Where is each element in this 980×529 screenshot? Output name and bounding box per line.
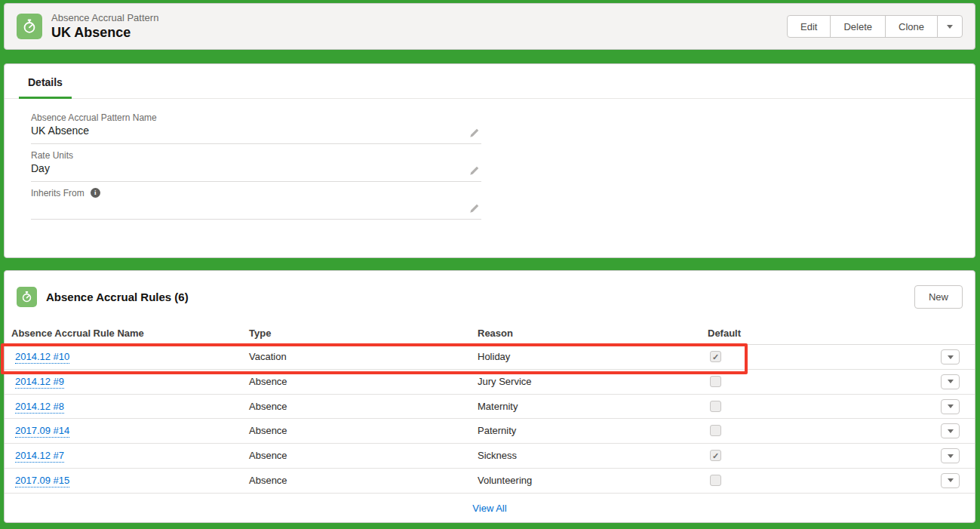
table-row: 2014.12 #10 Vacation Holiday (5, 345, 975, 370)
table-row: 2014.12 #9 Absence Jury Service (5, 370, 975, 395)
tab-bar: Details (5, 64, 975, 99)
active-tab-indicator (19, 97, 72, 99)
pencil-icon[interactable] (469, 165, 480, 176)
edit-button[interactable]: Edit (787, 15, 831, 38)
details-card: Details Absence Accrual Pattern Name i U… (4, 63, 975, 258)
rule-link[interactable]: 2017.09 #14 (15, 425, 69, 438)
reason-cell: Paternity (478, 419, 516, 443)
delete-button[interactable]: Delete (830, 15, 886, 38)
tab-details[interactable]: Details (19, 76, 72, 98)
type-cell: Vacation (249, 345, 287, 369)
chevron-down-icon (948, 355, 954, 359)
chevron-down-icon (948, 454, 954, 458)
rule-link[interactable]: 2014.12 #10 (15, 351, 69, 364)
detail-field: Inherits From i (31, 182, 481, 220)
chevron-down-icon (948, 429, 954, 433)
row-actions-button[interactable] (941, 349, 960, 364)
column-header-reason: Reason (478, 323, 513, 344)
field-value (31, 200, 481, 216)
rule-link[interactable]: 2014.12 #9 (15, 376, 64, 389)
chevron-down-icon (947, 25, 953, 29)
row-actions-button[interactable] (941, 473, 960, 488)
new-button[interactable]: New (914, 285, 963, 309)
field-label: Inherits From (31, 188, 84, 198)
detail-field: Absence Accrual Pattern Name i UK Absenc… (31, 106, 481, 144)
default-checkbox (710, 450, 721, 461)
chevron-down-icon (948, 404, 954, 408)
column-header-name: Absence Accrual Rule Name (11, 323, 144, 344)
view-all-link[interactable]: View All (472, 503, 506, 514)
type-cell: Absence (249, 469, 287, 493)
rule-link[interactable]: 2014.12 #7 (15, 450, 64, 463)
default-checkbox (710, 351, 721, 362)
table-header: Absence Accrual Rule Name Type Reason De… (5, 323, 975, 345)
column-header-type: Type (249, 323, 271, 344)
type-cell: Absence (249, 370, 287, 394)
entity-label: Absence Accrual Pattern (51, 12, 158, 23)
related-list-title: Absence Accrual Rules (6) (46, 291, 189, 303)
pencil-icon[interactable] (469, 128, 480, 138)
field-label: Absence Accrual Pattern Name (31, 112, 157, 123)
type-cell: Absence (249, 395, 287, 419)
stopwatch-icon (17, 287, 37, 307)
clone-button[interactable]: Clone (885, 15, 938, 38)
detail-field: Rate Units i Day (31, 144, 481, 182)
table-row: 2014.12 #8 Absence Maternity (5, 395, 975, 420)
type-cell: Absence (249, 419, 287, 443)
reason-cell: Maternity (478, 395, 518, 419)
record-highlights-panel: Absence Accrual Pattern UK Absence Edit … (4, 3, 975, 50)
field-value: UK Absence (31, 125, 481, 140)
row-actions-button[interactable] (941, 374, 960, 389)
field-label: Rate Units (31, 150, 73, 161)
reason-cell: Holiday (478, 345, 510, 369)
table-row: 2017.09 #15 Absence Volunteering (5, 469, 975, 494)
stopwatch-icon (17, 14, 42, 39)
chevron-down-icon (948, 478, 954, 482)
tab-details-label: Details (28, 76, 63, 88)
chevron-down-icon (948, 380, 954, 383)
table-row: 2014.12 #7 Absence Sickness (5, 444, 975, 469)
record-actions: Edit Delete Clone (787, 15, 963, 38)
default-checkbox (710, 475, 721, 486)
related-list-card: Absence Accrual Rules (6) New Absence Ac… (4, 270, 975, 523)
rule-link[interactable]: 2017.09 #15 (15, 475, 69, 487)
row-actions-button[interactable] (941, 399, 960, 414)
page-title: UK Absence (51, 25, 158, 41)
default-checkbox (710, 401, 721, 412)
column-header-default: Default (708, 323, 741, 344)
type-cell: Absence (249, 444, 287, 468)
pencil-icon[interactable] (469, 203, 480, 214)
more-actions-button[interactable] (937, 15, 963, 38)
field-value: Day (31, 162, 481, 178)
reason-cell: Jury Service (478, 370, 532, 394)
default-checkbox (710, 425, 721, 436)
table-body: 2014.12 #10 Vacation Holiday 2014.12 #9 … (5, 345, 975, 494)
default-checkbox (710, 376, 721, 387)
info-icon[interactable]: i (91, 188, 100, 198)
reason-cell: Volunteering (478, 469, 532, 493)
row-actions-button[interactable] (941, 448, 960, 463)
row-actions-button[interactable] (941, 423, 960, 438)
reason-cell: Sickness (478, 444, 517, 468)
table-row: 2017.09 #14 Absence Paternity (5, 419, 975, 444)
rule-link[interactable]: 2014.12 #8 (15, 401, 64, 414)
details-fields: Absence Accrual Pattern Name i UK Absenc… (5, 99, 975, 220)
